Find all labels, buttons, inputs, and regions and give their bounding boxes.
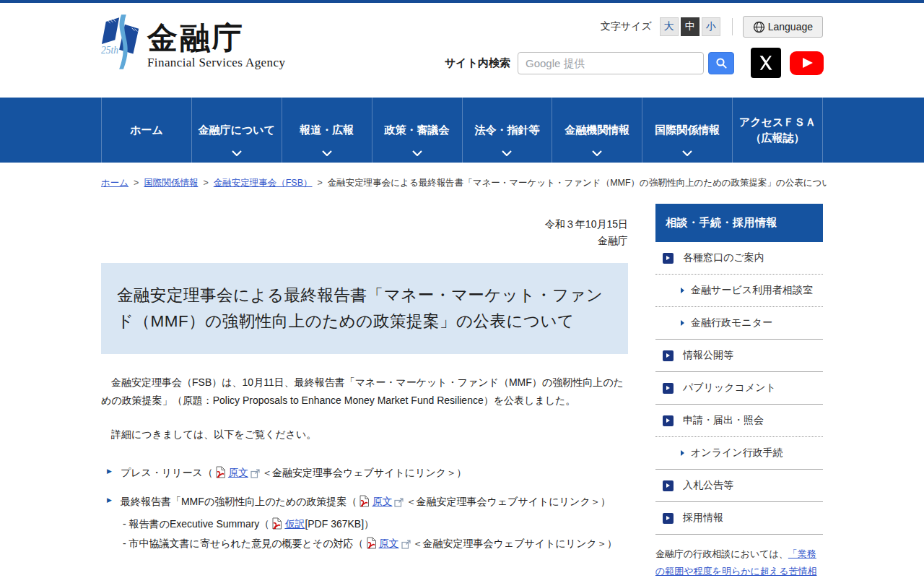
external-link-icon: [401, 540, 411, 549]
sidebar-item-information-disclosure[interactable]: 情報公開等: [655, 340, 823, 372]
x-twitter-button[interactable]: [751, 48, 781, 78]
chevron-down-icon: [232, 150, 242, 156]
arrow-square-icon: [663, 383, 674, 394]
article-date-block: 令和３年10月15日 金融庁: [101, 216, 628, 249]
document-link-list: ▶ プレス・リリース（原文＜金融安定理事会ウェブサイトにリンク＞） ▶ 最終報告…: [101, 465, 628, 553]
list-subitem-consultation-responses: - 市中協議文書に寄せられた意見の概要とその対応（原文＜金融安定理事会ウェブサイ…: [123, 535, 628, 553]
header-utilities: 文字サイズ 大 中 小 Language: [601, 16, 823, 38]
language-button[interactable]: Language: [743, 16, 823, 38]
arrow-square-icon: [663, 513, 674, 524]
article-paragraph-2: 詳細につきましては、以下をご覧ください。: [101, 426, 628, 444]
sidebar-item-admin-monitor[interactable]: 金融行政モニター: [655, 307, 823, 340]
breadcrumb: ホーム>国際関係情報>金融安定理事会（FSB）>金融安定理事会による最終報告書「…: [101, 177, 827, 189]
text-size-medium-button[interactable]: 中: [681, 17, 699, 36]
arrow-square-icon: [663, 480, 674, 491]
article-paragraph-1: 金融安定理事会（FSB）は、10月11日、最終報告書「マネー・マーケット・ファン…: [101, 374, 628, 410]
site-search: サイト内検索: [445, 48, 824, 78]
nav-item-press[interactable]: 報道・広報: [282, 98, 372, 163]
final-report-original-link[interactable]: 原文: [372, 496, 392, 507]
triangle-bullet-icon: ▶: [107, 496, 112, 504]
nav-item-laws[interactable]: 法令・指針等: [462, 98, 552, 163]
search-input[interactable]: [518, 52, 704, 74]
executive-summary-translation-link[interactable]: 仮訳: [284, 518, 305, 530]
text-size-large-button[interactable]: 大: [660, 17, 679, 36]
global-nav: ホーム 金融庁について 報道・広報 政策・審議会 法令・指針等 金融機関情報 国…: [0, 98, 924, 163]
breadcrumb-home-link[interactable]: ホーム: [101, 178, 128, 188]
list-item-final-report: ▶ 最終報告書「MMFの強靭性向上のための政策提案（原文＜金融安定理事会ウェブサ…: [101, 493, 628, 510]
sidebar: 相談・手続・採用情報 各種窓口のご案内 金融サービス利用者相談室 金融行政モニタ…: [655, 204, 823, 578]
x-twitter-icon: [757, 53, 775, 72]
pdf-icon: [271, 517, 282, 530]
nav-item-international[interactable]: 国際関係情報: [642, 98, 732, 163]
nav-item-institutions[interactable]: 金融機関情報: [552, 98, 642, 163]
breadcrumb-current: 金融安定理事会による最終報告書「マネー・マーケット・ファンド（MMF）の強靭性向…: [328, 178, 827, 188]
page-title: 金融安定理事会による最終報告書「マネー・マーケット・ファンド（MMF）の強靭性向…: [101, 263, 628, 354]
site-title: 金融庁: [147, 23, 285, 53]
breadcrumb-international-link[interactable]: 国際関係情報: [144, 178, 198, 188]
sidebar-item-recruitment[interactable]: 採用情報: [655, 502, 823, 535]
list-subitem-executive-summary: - 報告書のExecutive Summary（仮訳[PDF 367KB]）: [123, 516, 628, 533]
triangle-bullet-icon: [681, 450, 684, 456]
consultation-original-link[interactable]: 原文: [379, 538, 399, 549]
svg-text:25th: 25th: [101, 45, 118, 56]
text-size-label: 文字サイズ: [601, 20, 652, 33]
arrow-square-icon: [663, 415, 674, 426]
chevron-down-icon: [682, 150, 692, 156]
article-date: 令和３年10月15日: [101, 216, 628, 233]
sidebar-item-bidding[interactable]: 入札公告等: [655, 470, 823, 502]
language-button-label: Language: [768, 21, 813, 33]
search-label: サイト内検索: [445, 56, 510, 70]
sidebar-note: 金融庁の行政相談においては、「業務の範囲や程度を明らかに超える苦情相談」への対応…: [655, 545, 823, 578]
pdf-icon: [215, 466, 226, 478]
nav-item-policy[interactable]: 政策・審議会: [372, 98, 462, 163]
arrow-square-icon: [663, 253, 674, 264]
triangle-bullet-icon: ▶: [107, 467, 112, 475]
external-link-icon: [250, 469, 260, 478]
sidebar-item-online-procedures[interactable]: オンライン行政手続: [655, 437, 823, 470]
external-link-icon: [394, 498, 404, 507]
pdf-icon: [359, 495, 370, 507]
chevron-down-icon: [412, 150, 422, 156]
globe-icon: [753, 21, 765, 33]
fsa-logo[interactable]: 25th 金融庁 Financial Services Agency: [101, 13, 285, 72]
list-item-press-release: ▶ プレス・リリース（原文＜金融安定理事会ウェブサイトにリンク＞）: [101, 465, 628, 481]
youtube-button[interactable]: [790, 51, 824, 75]
text-size-small-button[interactable]: 小: [702, 17, 720, 36]
article-main: 令和３年10月15日 金融庁 金融安定理事会による最終報告書「マネー・マーケット…: [101, 189, 628, 555]
pdf-icon: [366, 537, 377, 549]
chevron-down-icon: [592, 150, 602, 156]
sidebar-header: 相談・手続・採用情報: [655, 204, 823, 242]
divider: [732, 18, 733, 35]
site-header: 25th 金融庁 Financial Services Agency 文字サイズ…: [0, 3, 924, 98]
triangle-bullet-icon: [681, 288, 684, 293]
breadcrumb-fsb-link[interactable]: 金融安定理事会（FSB）: [214, 178, 313, 188]
triangle-bullet-icon: [681, 320, 684, 326]
search-icon: [715, 57, 728, 69]
nav-item-home[interactable]: ホーム: [101, 98, 191, 163]
fsa-logo-icon: 25th: [101, 13, 143, 72]
chevron-down-icon: [502, 150, 512, 156]
nav-item-about[interactable]: 金融庁について: [191, 98, 282, 163]
sidebar-item-applications[interactable]: 申請・届出・照会: [655, 405, 823, 437]
search-button[interactable]: [708, 52, 734, 74]
nav-item-access-fsa[interactable]: アクセスＦＳＡ （広報誌）: [732, 98, 823, 163]
sidebar-item-contact-guide[interactable]: 各種窓口のご案内: [655, 242, 823, 275]
arrow-square-icon: [663, 350, 674, 361]
article-agency: 金融庁: [101, 233, 628, 249]
chevron-down-icon: [322, 150, 332, 156]
sidebar-item-public-comment[interactable]: パブリックコメント: [655, 372, 823, 405]
sidebar-item-user-consultation[interactable]: 金融サービス利用者相談室: [655, 275, 823, 307]
site-subtitle: Financial Services Agency: [147, 56, 285, 70]
press-release-original-link[interactable]: 原文: [228, 467, 248, 478]
